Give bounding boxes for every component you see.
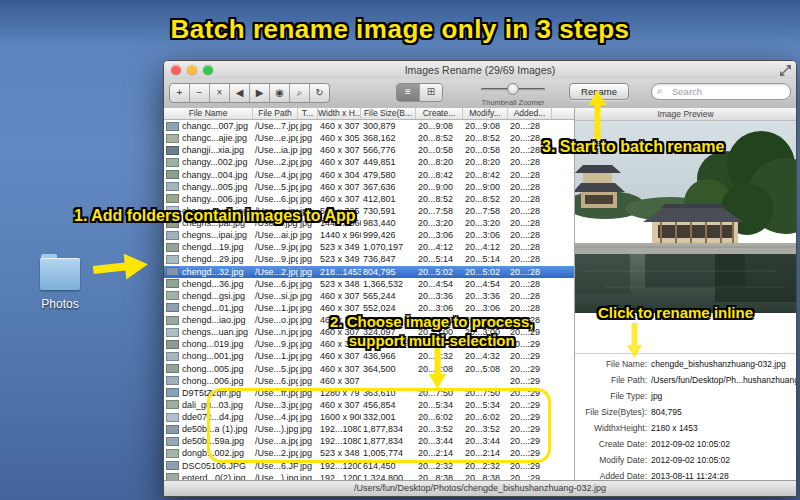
table-row[interactable]: changy...006.jpg/Use...6.jpgjpg460 x 307… xyxy=(164,193,574,205)
cell-name: chengd...32.jpg xyxy=(164,267,253,277)
table-row[interactable]: changy...004.jpg/Use...4.jpgjpg460 x 304… xyxy=(164,169,574,181)
file-name: chegns...ipai.jpg xyxy=(182,230,247,240)
previous-button[interactable]: ◀ xyxy=(230,84,250,102)
delete-button[interactable]: × xyxy=(210,84,230,102)
cell-modified: 20...9:00 xyxy=(463,182,508,192)
table-row[interactable]: changy...002.jpg/Use...2.jpgjpg460 x 307… xyxy=(164,156,574,168)
detail-value: jpg xyxy=(651,391,662,401)
cell-created: 20...7:58 xyxy=(416,206,463,216)
fullscreen-icon[interactable] xyxy=(780,65,791,76)
cell-created: 20...3:06 xyxy=(416,230,463,240)
grid-view-segment[interactable]: ⊞ xyxy=(420,84,442,101)
arrow-right-icon xyxy=(92,249,151,285)
detail-row: File Path:/Users/fun/Desktop/Ph...hushan… xyxy=(575,372,796,388)
column-header[interactable]: File Size(B... xyxy=(361,108,416,119)
cell-added: 20...:28 xyxy=(508,218,552,228)
thumbnail xyxy=(166,437,179,446)
table-row[interactable]: chengd...19.jpg/Use...9.jpgjpg523 x 3491… xyxy=(164,241,574,253)
column-header[interactable]: Modify... xyxy=(463,108,508,119)
thumbnail xyxy=(166,352,179,361)
detail-value[interactable]: chengde_bishushanzhuang-032.jpg xyxy=(651,359,786,369)
file-name: chengs...uan.jpg xyxy=(182,327,248,337)
remove-button[interactable]: − xyxy=(190,84,210,102)
cell-added: 20...:28 xyxy=(508,170,552,180)
detail-label: File Size(Bytes): xyxy=(575,407,647,417)
quick-look-button[interactable]: ◉ xyxy=(270,84,290,102)
cell-name: changc...ajie.jpg xyxy=(164,133,253,143)
thumbnail xyxy=(166,303,179,312)
cell-name: changy...002.jpg xyxy=(164,157,253,167)
cell-added: 20...:28 xyxy=(508,121,552,131)
thumbnail-zoomer-slider[interactable] xyxy=(481,88,545,91)
cell-modified: 20...5:14 xyxy=(463,254,508,264)
list-view-segment[interactable]: ≡ xyxy=(397,84,420,101)
table-row[interactable]: changc...007.jpg/Use...7.jpgjpg460 x 307… xyxy=(164,120,574,132)
search-button[interactable]: ⌕ xyxy=(290,84,310,102)
cell-path: /Use...6.jpg xyxy=(253,376,298,386)
arrow-down-inline-icon xyxy=(627,323,642,358)
cell-path: /Use...1.jpg xyxy=(253,351,298,361)
cell-created: 20...8:52 xyxy=(416,194,463,204)
cell-dims: 460 x 307 xyxy=(318,145,361,155)
add-button[interactable]: + xyxy=(170,84,190,102)
cell-type: jpg xyxy=(298,194,318,204)
table-row[interactable]: chengd...gsi.jpg/Use...si.jpgjpg460 x 30… xyxy=(164,290,574,302)
cell-added: 20...:29 xyxy=(508,351,552,361)
next-button[interactable]: ▶ xyxy=(250,84,270,102)
table-row[interactable]: changy...005.jpg/Use...5.jpgjpg460 x 307… xyxy=(164,181,574,193)
table-row[interactable]: chong...006.jpg/Use...6.jpgjpg460 x 3072… xyxy=(164,375,574,387)
cell-dims: 460 x 307 xyxy=(318,157,361,167)
cell-modified: 20...5:08 xyxy=(463,364,508,374)
file-name: chengd...01.jpg xyxy=(182,303,244,313)
column-header[interactable]: Create... xyxy=(416,108,463,119)
table-row[interactable]: changc...ajie.jpg/Use...e.jpgjpg460 x 30… xyxy=(164,132,574,144)
multi-select-highlight-box xyxy=(207,388,551,463)
thumbnail xyxy=(166,400,179,409)
table-header: File NameFile PathT...Width x H...File S… xyxy=(164,108,574,120)
thumbnail xyxy=(166,425,179,434)
refresh-button[interactable]: ↻ xyxy=(310,84,329,102)
table-row[interactable]: chong...001.jpg/Use...1.jpgjpg460 x 3074… xyxy=(164,350,574,362)
thumbnail xyxy=(166,279,179,288)
column-header[interactable]: T... xyxy=(298,108,318,119)
column-header[interactable]: Width x H... xyxy=(318,108,361,119)
file-name: changc...ajie.jpg xyxy=(182,133,247,143)
table-row[interactable]: chengd...29.jpg/Use...9.jpgjpg523 x 3497… xyxy=(164,253,574,265)
column-header[interactable]: Added... xyxy=(508,108,552,119)
cell-created: 20...5:02 xyxy=(416,267,463,277)
slider-knob[interactable] xyxy=(507,83,519,95)
search-field: ⌕ xyxy=(651,83,791,100)
thumbnail xyxy=(166,146,179,155)
cell-name: changy...005.jpg xyxy=(164,182,253,192)
search-input[interactable] xyxy=(670,85,786,98)
column-header[interactable]: File Name xyxy=(164,108,253,119)
file-name: changy...006.jpg xyxy=(182,194,247,204)
cell-dims: 460 x 307 xyxy=(318,291,361,301)
cell-size: 730,591 xyxy=(361,206,416,216)
cell-created: 20...3:36 xyxy=(416,291,463,301)
thumbnail xyxy=(166,291,179,300)
cell-dims: 523 x 349 xyxy=(318,254,361,264)
cell-path: /Use...6.jpg xyxy=(253,279,298,289)
cell-name: chengd...36.jpg xyxy=(164,279,253,289)
cell-size: 364,500 xyxy=(361,364,416,374)
cell-dims: 460 x 307 xyxy=(318,121,361,131)
table-row[interactable]: chong...005.jpg/Use...5.jpgjpg460 x 3073… xyxy=(164,363,574,375)
cell-path: /Use...si.jpg xyxy=(253,291,298,301)
detail-row: Modify Date:2012-09-02 10:05:02 xyxy=(575,452,796,468)
cell-size: 412,801 xyxy=(361,194,416,204)
cell-path: /Use...7.jpg xyxy=(253,121,298,131)
thumbnail xyxy=(166,340,179,349)
file-name: chengd...36.jpg xyxy=(182,279,244,289)
cell-added: 20...:28 xyxy=(508,230,552,240)
table-row[interactable]: chegns...ipai.jpg/Use...ai.jpgjpg1440 x … xyxy=(164,229,574,241)
table-row[interactable]: chengd...32.jpg/Use...2.jpgjpg218...1453… xyxy=(164,266,574,278)
view-mode-control: ≡⊞ xyxy=(396,83,443,102)
column-header[interactable]: File Path xyxy=(253,108,298,119)
cell-size: 1,070,197 xyxy=(361,242,416,252)
preview-header: Image Preview xyxy=(575,108,796,121)
photos-folder-icon[interactable] xyxy=(40,254,80,292)
table-row[interactable]: chengd...36.jpg/Use...6.jpgjpg523 x 3481… xyxy=(164,278,574,290)
table-row[interactable]: changji...xia.jpg/Use...ia.jpgjpg460 x 3… xyxy=(164,144,574,156)
cell-name: chengd...gsi.jpg xyxy=(164,291,253,301)
